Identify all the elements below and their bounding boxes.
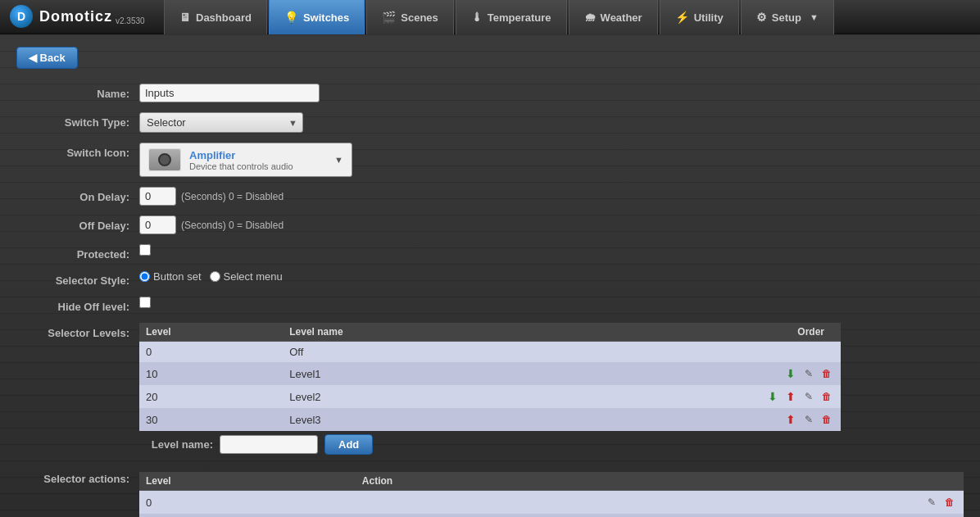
button-set-radio[interactable] xyxy=(139,271,150,282)
protected-checkbox[interactable] xyxy=(139,244,151,256)
scenes-icon: 🎬 xyxy=(382,11,396,24)
logo-area: D Domoticz v2.3530 xyxy=(0,5,164,28)
actions-section xyxy=(139,461,964,465)
on-delay-input[interactable] xyxy=(139,187,176,206)
actions-action-header: Action xyxy=(356,472,602,491)
level-cell: 10 xyxy=(139,362,283,385)
action-cell xyxy=(356,514,602,517)
app-name: Domoticz xyxy=(39,8,112,25)
tab-scenes-label: Scenes xyxy=(401,11,438,24)
select-menu-label: Select menu xyxy=(224,270,283,283)
tab-setup[interactable]: ⚙ Setup ▼ xyxy=(741,0,834,34)
name-input[interactable] xyxy=(139,84,320,102)
arrow-up-icon[interactable]: ⬆ xyxy=(783,389,798,404)
tab-temperature-label: Temperature xyxy=(488,11,551,24)
arrow-down-icon[interactable]: ⬇ xyxy=(765,389,780,404)
off-delay-hint: (Seconds) 0 = Disabled xyxy=(181,220,284,231)
order-cell: ⬇✎🗑 xyxy=(533,362,841,385)
tab-scenes[interactable]: 🎬 Scenes xyxy=(366,0,454,34)
selector-levels-row: Selector Levels: Level Level name Order … xyxy=(33,323,964,465)
edit-icon[interactable]: ✎ xyxy=(801,412,816,427)
level-cell: 0 xyxy=(139,342,283,363)
weather-icon: 🌧 xyxy=(584,11,596,24)
button-set-option[interactable]: Button set xyxy=(139,270,202,283)
action-level-cell: 0 xyxy=(139,491,356,515)
hide-off-checkbox[interactable] xyxy=(139,297,151,308)
edit-icon[interactable]: ✎ xyxy=(801,366,816,381)
level-name-cell: Level2 xyxy=(283,385,533,408)
action-order-cell: ✎🗑 xyxy=(602,514,964,517)
tab-switches[interactable]: 💡 Switches xyxy=(269,0,365,34)
select-menu-option[interactable]: Select menu xyxy=(210,270,283,283)
table-row: 20Level2⬇⬆✎🗑 xyxy=(139,385,841,408)
action-cell xyxy=(356,491,602,515)
level-name-input[interactable] xyxy=(220,435,318,454)
selector-style-control: Button set Select menu xyxy=(139,270,283,283)
list-item: 10✎🗑 xyxy=(139,514,964,517)
switch-icon-dropdown[interactable]: Amplifier Device that controls audio ▼ xyxy=(139,143,352,177)
hide-off-label: Hide Off level: xyxy=(33,297,139,313)
level-name-cell: Level3 xyxy=(283,408,533,431)
list-item: 0✎🗑 xyxy=(139,491,964,515)
level-name-col-header: Level name xyxy=(283,323,533,342)
hide-off-control xyxy=(139,297,151,308)
switch-type-row: Switch Type: Selector ▼ xyxy=(33,112,964,133)
protected-label: Protected: xyxy=(33,244,139,261)
utility-icon: ⚡ xyxy=(675,11,689,24)
order-cell xyxy=(533,342,841,363)
switches-icon: 💡 xyxy=(284,11,298,24)
actions-level-header: Level xyxy=(139,472,356,491)
delete-icon[interactable]: 🗑 xyxy=(819,389,834,404)
arrow-down-icon[interactable]: ⬇ xyxy=(783,366,798,381)
add-level-row: Level name: Add xyxy=(139,434,964,455)
back-button[interactable]: ◀ Back xyxy=(16,47,78,69)
edit-icon[interactable]: ✎ xyxy=(801,389,816,404)
off-delay-input[interactable] xyxy=(139,215,176,234)
order-cell: ⬆✎🗑 xyxy=(533,408,841,431)
selector-style-row: Selector Style: Button set Select menu xyxy=(33,270,964,287)
delete-icon[interactable]: 🗑 xyxy=(819,412,834,427)
button-set-label: Button set xyxy=(153,270,202,283)
switch-type-label: Switch Type: xyxy=(33,112,139,129)
actions-table: Level Action 0✎🗑10✎🗑20✎🗑➕ xyxy=(139,472,964,517)
tab-weather[interactable]: 🌧 Weather xyxy=(569,0,658,34)
order-col-header: Order xyxy=(533,323,841,342)
protected-row: Protected: xyxy=(33,244,964,261)
switch-icon-label: Switch Icon: xyxy=(33,143,139,159)
selector-actions-content: Level Action 0✎🗑10✎🗑20✎🗑➕ xyxy=(139,469,964,517)
tab-utility[interactable]: ⚡ Utility xyxy=(660,0,739,34)
temperature-icon: 🌡 xyxy=(471,11,483,24)
icon-name: Amplifier xyxy=(189,149,329,161)
level-col-header: Level xyxy=(139,323,283,342)
icon-dropdown-arrow: ▼ xyxy=(334,155,343,165)
delete-icon[interactable]: 🗑 xyxy=(819,366,834,381)
selector-levels-content: Level Level name Order 0Off10Level1⬇✎🗑20… xyxy=(139,323,964,465)
select-menu-radio[interactable] xyxy=(210,271,220,282)
tab-dashboard[interactable]: 🖥 Dashboard xyxy=(164,0,267,34)
selector-actions-row: Selector actions: Level Action 0✎🗑10✎🗑20… xyxy=(33,469,964,517)
actions-label-row xyxy=(139,461,964,465)
arrow-up-icon[interactable]: ⬆ xyxy=(783,412,798,427)
action-delete-icon[interactable]: 🗑 xyxy=(942,495,957,510)
logo-icon: D xyxy=(10,5,33,28)
level-name-add-label: Level name: xyxy=(139,438,213,451)
tab-utility-label: Utility xyxy=(694,11,724,24)
add-button[interactable]: Add xyxy=(324,434,373,455)
selector-levels-label: Selector Levels: xyxy=(33,323,139,339)
action-edit-icon[interactable]: ✎ xyxy=(924,495,939,510)
tab-temperature[interactable]: 🌡 Temperature xyxy=(456,0,567,34)
on-delay-hint: (Seconds) 0 = Disabled xyxy=(181,191,284,202)
amplifier-icon-image xyxy=(148,148,181,171)
icon-info: Amplifier Device that controls audio xyxy=(189,149,329,171)
name-control xyxy=(139,84,320,102)
hide-off-row: Hide Off level: xyxy=(33,297,964,313)
form-area: Name: Switch Type: Selector ▼ Switch Ico… xyxy=(16,84,964,517)
nav-tabs: 🖥 Dashboard 💡 Switches 🎬 Scenes 🌡 Temper… xyxy=(164,0,836,33)
tab-dashboard-label: Dashboard xyxy=(196,11,252,24)
switch-type-select[interactable]: Selector xyxy=(139,112,303,133)
actions-order-header xyxy=(602,472,964,491)
name-label: Name: xyxy=(33,84,139,100)
selector-style-label: Selector Style: xyxy=(33,270,139,287)
level-name-cell: Off xyxy=(283,342,533,363)
off-delay-row: Off Delay: (Seconds) 0 = Disabled xyxy=(33,215,964,234)
